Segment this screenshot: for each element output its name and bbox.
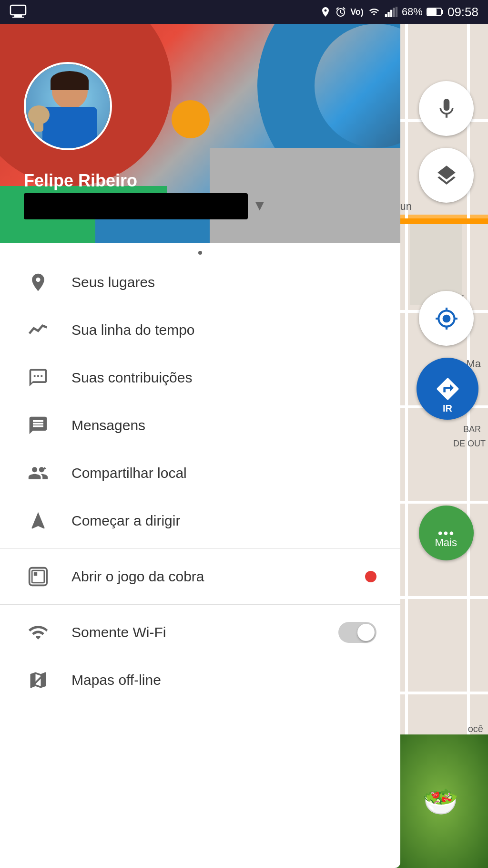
bairro-label-2: DE OUT (453, 439, 486, 449)
menu-item-share-location[interactable]: Compartilhar local (0, 449, 400, 497)
mais-label: Mais (435, 537, 457, 549)
offline-maps-label: Mapas off-line (71, 672, 161, 688)
start-driving-label: Começar a dirigir (71, 513, 180, 529)
snake-game-icon (24, 562, 52, 591)
food-thumbnail: 🥗 (393, 734, 488, 868)
screen-icon (10, 4, 27, 18)
menu-item-start-driving[interactable]: Começar a dirigir (0, 497, 400, 545)
my-location-button[interactable] (419, 291, 474, 346)
menu-item-timeline[interactable]: Sua linha do tempo (0, 306, 400, 354)
offline-maps-icon (24, 666, 52, 694)
avatar-hair (51, 71, 89, 90)
svg-rect-5 (390, 10, 392, 17)
food-image: 🥗 (393, 734, 488, 868)
share-location-icon (24, 459, 52, 487)
snake-game-label: Abrir o jogo da cobra (71, 568, 204, 585)
places-label: Seus lugares (71, 274, 155, 290)
menu-item-snake-game[interactable]: Abrir o jogo da cobra (0, 553, 400, 600)
microphone-icon (435, 97, 458, 121)
navigation-drawer: Felipe Ribeiro ▼ Seus lugares Sua linha … (0, 24, 400, 868)
svg-rect-3 (385, 14, 387, 17)
menu-list: Seus lugares Sua linha do tempo Suas con… (0, 258, 400, 704)
svg-rect-9 (441, 10, 443, 14)
avatar-dog (28, 105, 54, 144)
drive-icon (24, 506, 52, 535)
nav-label: IR (443, 403, 452, 414)
status-bar: Vo) 68% 09:58 (0, 0, 488, 24)
volte-icon: Vo) (350, 7, 364, 17)
location-pin-icon (24, 268, 52, 297)
user-name: Felipe Ribeiro (24, 171, 137, 191)
location-status-icon (320, 6, 331, 18)
battery-percent: 68% (402, 6, 423, 18)
user-email-bar (24, 193, 248, 219)
contributions-label: Suas contribuições (71, 370, 192, 386)
menu-item-contributions[interactable]: Suas contribuições (0, 354, 400, 402)
wifi-toggle-knob (357, 624, 375, 641)
svg-rect-14 (34, 572, 37, 576)
voice-button[interactable] (419, 81, 474, 136)
battery-icon (427, 7, 444, 17)
timeline-label: Sua linha do tempo (71, 322, 195, 338)
timeline-icon (24, 316, 52, 344)
signal-icon (385, 7, 398, 17)
status-time: 09:58 (447, 5, 478, 20)
menu-divider-1 (0, 548, 400, 549)
dropdown-arrow[interactable]: ▼ (253, 197, 267, 214)
layers-button[interactable] (419, 148, 474, 203)
wifi-only-label: Somente Wi-Fi (71, 624, 166, 641)
contributions-icon (24, 363, 52, 392)
menu-item-places[interactable]: Seus lugares (0, 258, 400, 306)
drag-dot (198, 251, 202, 255)
directions-icon (435, 376, 461, 402)
menu-divider-2 (0, 604, 400, 605)
menu-item-offline-maps[interactable]: Mapas off-line (0, 656, 400, 704)
svg-rect-10 (427, 9, 437, 15)
menu-item-messages[interactable]: Mensagens (0, 402, 400, 449)
drag-indicator (0, 243, 400, 258)
svg-rect-2 (12, 17, 24, 18)
notification-badge (365, 571, 376, 582)
wifi-only-icon (24, 618, 52, 647)
wifi-status-icon (367, 7, 381, 17)
navigate-button[interactable]: IR (417, 358, 478, 420)
bairro-label-1: BAR (463, 424, 481, 434)
messages-label: Mensagens (71, 417, 145, 434)
svg-rect-4 (387, 12, 389, 17)
svg-rect-6 (393, 8, 395, 17)
layers-icon (435, 164, 458, 187)
voce-label: ocê (468, 723, 483, 734)
wifi-toggle[interactable] (338, 622, 376, 643)
header-bg-yellow (172, 100, 210, 138)
more-button[interactable]: ••• (419, 506, 474, 560)
svg-rect-0 (10, 5, 26, 15)
svg-rect-7 (396, 7, 397, 17)
status-bar-left (10, 4, 27, 20)
share-location-label: Compartilhar local (71, 465, 187, 481)
avatar-image (26, 64, 110, 148)
avatar[interactable] (24, 62, 112, 150)
alarm-status-icon (335, 6, 346, 18)
menu-item-wifi-only[interactable]: Somente Wi-Fi (0, 609, 400, 656)
svg-rect-1 (14, 15, 22, 17)
status-icons: Vo) 68% 09:58 (320, 5, 478, 20)
messages-icon (24, 411, 52, 440)
my-location-icon (435, 307, 458, 331)
drawer-header: Felipe Ribeiro ▼ (0, 24, 400, 243)
